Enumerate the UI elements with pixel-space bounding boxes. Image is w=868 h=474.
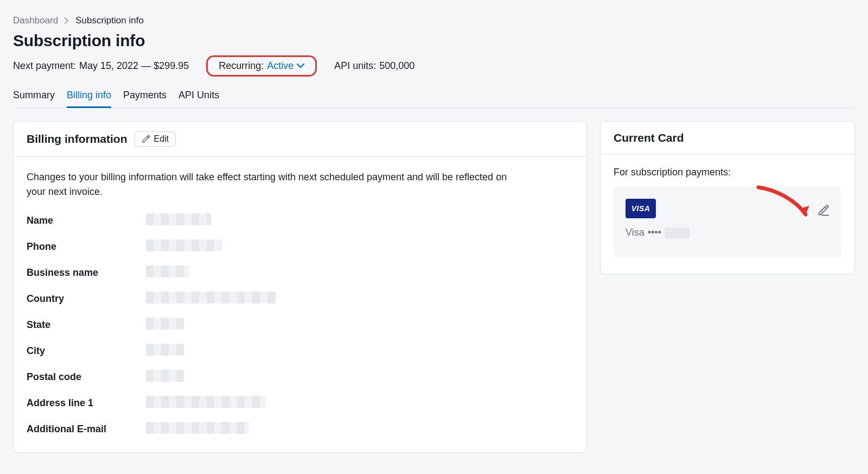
redacted-value: [146, 292, 276, 304]
tabs: Summary Billing info Payments API Units: [13, 90, 855, 108]
next-payment-value: May 15, 2022 — $299.95: [79, 60, 189, 72]
meta-row: Next payment: May 15, 2022 — $299.95 Rec…: [13, 55, 855, 77]
tab-api-units[interactable]: API Units: [178, 90, 219, 108]
tab-summary[interactable]: Summary: [13, 90, 55, 108]
tab-billing-info[interactable]: Billing info: [67, 90, 111, 108]
recurring-status-text: Active: [267, 60, 293, 72]
field-address-line-1: Address line 1: [27, 396, 573, 410]
card-line: Visa ••••: [626, 227, 829, 238]
redacted-value: [665, 227, 690, 238]
field-name: Name: [27, 213, 573, 227]
redacted-value: [146, 370, 184, 382]
pencil-icon: [142, 135, 150, 143]
chevron-right-icon: [65, 17, 69, 24]
edit-card-button[interactable]: [818, 204, 829, 216]
billing-info-title: Billing information: [27, 132, 127, 146]
field-label: Phone: [27, 241, 146, 252]
billing-field-list: Name Phone Business name Country State: [27, 213, 573, 436]
breadcrumb-current: Subscription info: [75, 15, 144, 26]
field-label: Name: [27, 215, 146, 226]
next-payment: Next payment: May 15, 2022 — $299.95: [13, 60, 189, 72]
field-business-name: Business name: [27, 266, 573, 280]
field-label: Business name: [27, 267, 146, 279]
api-units: API units: 500,000: [334, 60, 414, 72]
redacted-value: [146, 344, 184, 356]
field-label: Postal code: [27, 371, 146, 383]
field-label: Country: [27, 293, 146, 305]
current-card-panel: Current Card For subscription payments: …: [600, 121, 855, 274]
billing-info-panel: Billing information Edit Changes to your…: [13, 121, 587, 453]
page-title: Subscription info: [13, 31, 855, 50]
card-brand-label: Visa: [626, 227, 644, 238]
recurring-status[interactable]: Active: [267, 60, 304, 72]
edit-billing-button[interactable]: Edit: [135, 131, 176, 147]
api-units-label: API units:: [334, 60, 376, 72]
redacted-value: [146, 422, 249, 434]
redacted-value: [146, 318, 184, 330]
field-country: Country: [27, 292, 573, 306]
breadcrumb-root[interactable]: Dashboard: [13, 15, 58, 26]
billing-note: Changes to your billing information will…: [27, 170, 515, 199]
current-card-title: Current Card: [614, 131, 684, 144]
annotation-arrow-icon: [756, 185, 815, 228]
card-box: VISA Visa ••••: [614, 187, 841, 257]
redacted-value: [146, 266, 189, 277]
field-state: State: [27, 318, 573, 332]
field-postal-code: Postal code: [27, 370, 573, 384]
tab-payments[interactable]: Payments: [123, 90, 167, 108]
api-units-value: 500,000: [379, 60, 414, 72]
field-phone: Phone: [27, 239, 573, 254]
recurring-dropdown[interactable]: Recurring: Active: [206, 55, 317, 77]
redacted-value: [146, 396, 265, 408]
field-label: Address line 1: [27, 397, 146, 409]
field-additional-email: Additional E-mail: [27, 422, 573, 436]
redacted-value: [146, 213, 211, 225]
next-payment-label: Next payment:: [13, 60, 76, 72]
field-label: City: [27, 345, 146, 357]
card-note: For subscription payments:: [614, 167, 841, 178]
chevron-down-icon: [297, 64, 304, 68]
edit-label: Edit: [154, 134, 169, 144]
redacted-value: [146, 239, 222, 251]
field-city: City: [27, 344, 573, 358]
visa-badge-icon: VISA: [626, 199, 656, 218]
field-label: Additional E-mail: [27, 424, 146, 435]
card-mask-dots: ••••: [648, 227, 661, 238]
breadcrumb: Dashboard Subscription info: [13, 15, 855, 26]
recurring-label: Recurring:: [219, 60, 264, 72]
field-label: State: [27, 319, 146, 331]
